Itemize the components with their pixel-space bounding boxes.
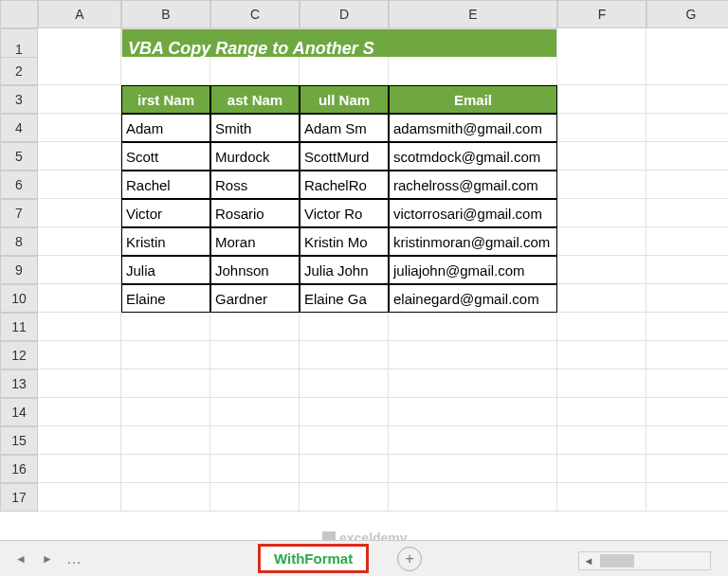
sheet-tab-active[interactable]: WithFormat xyxy=(258,544,369,573)
cell-F12[interactable] xyxy=(557,341,646,369)
row-header-11[interactable]: 11 xyxy=(0,313,38,341)
cell-G16[interactable] xyxy=(646,455,728,483)
cell-B13[interactable] xyxy=(121,369,210,398)
tab-nav-prev[interactable]: ◄ xyxy=(9,548,32,570)
cell-C14[interactable] xyxy=(210,398,300,426)
row-header-12[interactable]: 12 xyxy=(0,341,38,369)
cell-C12[interactable] xyxy=(210,341,300,369)
row-header-2[interactable]: 2 xyxy=(0,57,38,85)
cell-F3[interactable] xyxy=(557,85,646,114)
row-header-8[interactable]: 8 xyxy=(0,227,38,256)
cell-B16[interactable] xyxy=(121,455,210,483)
cell-lastname-8[interactable]: Moran xyxy=(210,227,300,256)
cell-firstname-4[interactable]: Adam xyxy=(121,114,210,142)
cell-F13[interactable] xyxy=(557,369,646,398)
cell-fullname-6[interactable]: RachelRo xyxy=(300,171,389,199)
cell-D17[interactable] xyxy=(300,483,389,512)
cell-G14[interactable] xyxy=(646,398,728,426)
cell-lastname-9[interactable]: Johnson xyxy=(210,256,300,284)
cell-F5[interactable] xyxy=(557,142,646,171)
cell-C15[interactable] xyxy=(210,426,300,455)
cell-E2[interactable] xyxy=(389,57,557,85)
cell-C11[interactable] xyxy=(210,313,300,341)
cell-A11[interactable] xyxy=(38,313,121,341)
cell-fullname-5[interactable]: ScottMurd xyxy=(300,142,389,171)
column-header-C[interactable]: C xyxy=(210,0,300,28)
cell-F11[interactable] xyxy=(557,313,646,341)
cell-F8[interactable] xyxy=(557,227,646,256)
cell-D15[interactable] xyxy=(300,426,389,455)
cell-F6[interactable] xyxy=(557,171,646,199)
cell-G2[interactable] xyxy=(646,57,728,85)
cell-E13[interactable] xyxy=(389,369,557,398)
cell-A6[interactable] xyxy=(38,171,121,199)
cell-A4[interactable] xyxy=(38,114,121,142)
column-header-B[interactable]: B xyxy=(121,0,210,28)
column-header-E[interactable]: E xyxy=(389,0,557,28)
cell-A16[interactable] xyxy=(38,455,121,483)
cell-lastname-4[interactable]: Smith xyxy=(210,114,300,142)
cell-firstname-8[interactable]: Kristin xyxy=(121,227,210,256)
cell-fullname-10[interactable]: Elaine Ga xyxy=(300,284,389,313)
cell-G10[interactable] xyxy=(646,284,728,313)
cell-email-5[interactable]: scotmdock@gmail.com xyxy=(389,142,557,171)
cell-firstname-9[interactable]: Julia xyxy=(121,256,210,284)
cell-D14[interactable] xyxy=(300,398,389,426)
scroll-thumb[interactable] xyxy=(600,554,634,567)
column-header-F[interactable]: F xyxy=(557,0,646,28)
cell-C17[interactable] xyxy=(210,483,300,512)
horizontal-scrollbar[interactable]: ◄ xyxy=(578,551,711,570)
cell-E16[interactable] xyxy=(389,455,557,483)
cell-lastname-6[interactable]: Ross xyxy=(210,171,300,199)
cell-G15[interactable] xyxy=(646,426,728,455)
cell-B12[interactable] xyxy=(121,341,210,369)
cell-G13[interactable] xyxy=(646,369,728,398)
cell-email-8[interactable]: kristinmoran@gmail.com xyxy=(389,227,557,256)
cell-F16[interactable] xyxy=(557,455,646,483)
cell-G9[interactable] xyxy=(646,256,728,284)
cell-A15[interactable] xyxy=(38,426,121,455)
cell-B2[interactable] xyxy=(121,57,210,85)
cell-B15[interactable] xyxy=(121,426,210,455)
cell-C13[interactable] xyxy=(210,369,300,398)
cell-G11[interactable] xyxy=(646,313,728,341)
cell-F10[interactable] xyxy=(557,284,646,313)
cell-A12[interactable] xyxy=(38,341,121,369)
cell-fullname-8[interactable]: Kristin Mo xyxy=(300,227,389,256)
tab-overflow[interactable]: … xyxy=(66,550,82,567)
cell-A17[interactable] xyxy=(38,483,121,512)
cell-D13[interactable] xyxy=(300,369,389,398)
cell-G7[interactable] xyxy=(646,199,728,227)
row-header-13[interactable]: 13 xyxy=(0,369,38,398)
cell-F9[interactable] xyxy=(557,256,646,284)
cell-F4[interactable] xyxy=(557,114,646,142)
row-header-14[interactable]: 14 xyxy=(0,398,38,426)
cell-B17[interactable] xyxy=(121,483,210,512)
cell-C2[interactable] xyxy=(210,57,300,85)
column-header-G[interactable]: G xyxy=(646,0,728,28)
row-header-17[interactable]: 17 xyxy=(0,483,38,512)
cell-D11[interactable] xyxy=(300,313,389,341)
column-header-A[interactable]: A xyxy=(38,0,121,28)
cell-E11[interactable] xyxy=(389,313,557,341)
select-all-corner[interactable] xyxy=(0,0,38,28)
cell-D2[interactable] xyxy=(300,57,389,85)
cell-email-7[interactable]: victorrosari@gmail.com xyxy=(389,199,557,227)
cell-fullname-7[interactable]: Victor Ro xyxy=(300,199,389,227)
row-header-9[interactable]: 9 xyxy=(0,256,38,284)
cell-A3[interactable] xyxy=(38,85,121,114)
cell-G17[interactable] xyxy=(646,483,728,512)
cell-E15[interactable] xyxy=(389,426,557,455)
cell-lastname-10[interactable]: Gardner xyxy=(210,284,300,313)
cell-G3[interactable] xyxy=(646,85,728,114)
cell-E12[interactable] xyxy=(389,341,557,369)
tab-nav-next[interactable]: ► xyxy=(36,548,59,570)
row-header-4[interactable]: 4 xyxy=(0,114,38,142)
cell-A9[interactable] xyxy=(38,256,121,284)
cell-fullname-4[interactable]: Adam Sm xyxy=(300,114,389,142)
cell-email-4[interactable]: adamsmith@gmail.com xyxy=(389,114,557,142)
row-header-3[interactable]: 3 xyxy=(0,85,38,114)
cell-F2[interactable] xyxy=(557,57,646,85)
cell-B14[interactable] xyxy=(121,398,210,426)
cell-C16[interactable] xyxy=(210,455,300,483)
